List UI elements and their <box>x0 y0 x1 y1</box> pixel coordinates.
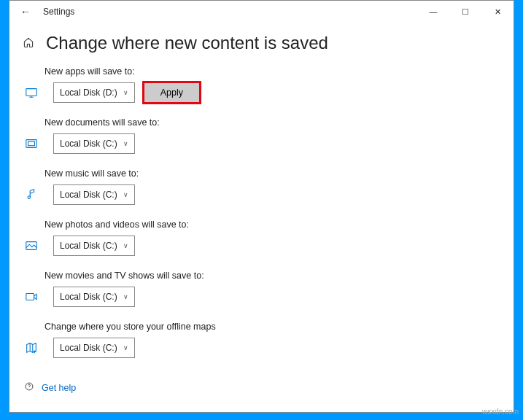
watermark: wsxdn.com <box>482 408 519 416</box>
select-value: Local Disk (D:) <box>60 88 117 98</box>
chevron-down-icon: ∨ <box>123 242 128 249</box>
movies-drive-select[interactable]: Local Disk (C:) ∨ <box>53 287 135 307</box>
movies-icon <box>24 289 39 304</box>
select-value: Local Disk (C:) <box>60 241 117 251</box>
documents-drive-select[interactable]: Local Disk (C:) ∨ <box>53 133 135 154</box>
minimize-button[interactable]: — <box>417 1 449 23</box>
minimize-icon: — <box>430 7 438 16</box>
close-button[interactable]: ✕ <box>481 1 514 23</box>
content-area: New apps will save to: Local Disk (D:) ∨… <box>9 59 514 373</box>
settings-window: ← Settings — ☐ ✕ Change where new conten… <box>9 0 514 413</box>
select-value: Local Disk (C:) <box>60 190 117 200</box>
app-title: Settings <box>36 7 74 17</box>
back-button[interactable]: ← <box>15 6 36 18</box>
maximize-button[interactable]: ☐ <box>449 1 481 23</box>
documents-icon <box>24 136 39 151</box>
section-photos-label: New photos and videos will save to: <box>44 219 514 230</box>
select-value: Local Disk (C:) <box>60 292 117 302</box>
page-title: Change where new content is saved <box>46 33 328 53</box>
maps-icon <box>24 341 39 355</box>
apply-button-label: Apply <box>160 88 183 98</box>
home-icon[interactable] <box>23 36 36 50</box>
section-movies-label: New movies and TV shows will save to: <box>44 271 514 281</box>
get-help-link[interactable]: Get help <box>9 373 514 394</box>
section-music: New music will save to: Local Disk (C:) … <box>44 168 514 205</box>
svg-rect-2 <box>28 141 35 145</box>
select-value: Local Disk (C:) <box>60 139 117 149</box>
arrow-left-icon: ← <box>20 6 31 18</box>
help-label: Get help <box>42 383 76 393</box>
section-apps-label: New apps will save to: <box>44 66 514 77</box>
chevron-down-icon: ∨ <box>123 89 128 96</box>
photos-drive-select[interactable]: Local Disk (C:) ∨ <box>53 236 135 256</box>
chevron-down-icon: ∨ <box>123 140 128 147</box>
close-icon: ✕ <box>495 7 501 17</box>
section-maps-label: Change where you store your offline maps <box>44 322 514 332</box>
photos-icon <box>24 238 39 253</box>
apps-icon <box>24 85 39 100</box>
svg-rect-0 <box>26 89 36 96</box>
section-photos: New photos and videos will save to: Loca… <box>44 219 514 256</box>
chevron-down-icon: ∨ <box>123 191 128 198</box>
svg-rect-1 <box>26 140 36 148</box>
maximize-icon: ☐ <box>462 7 469 17</box>
select-value: Local Disk (C:) <box>60 343 117 353</box>
help-icon <box>24 381 34 394</box>
maps-drive-select[interactable]: Local Disk (C:) ∨ <box>53 338 135 358</box>
section-documents-label: New documents will save to: <box>44 117 514 128</box>
apps-drive-select[interactable]: Local Disk (D:) ∨ <box>53 82 135 103</box>
chevron-down-icon: ∨ <box>123 344 128 351</box>
chevron-down-icon: ∨ <box>123 293 128 300</box>
section-maps: Change where you store your offline maps… <box>44 322 514 358</box>
apply-button[interactable]: Apply <box>144 82 200 103</box>
titlebar: ← Settings — ☐ ✕ <box>9 1 514 23</box>
section-documents: New documents will save to: Local Disk (… <box>44 117 514 154</box>
page-header: Change where new content is saved <box>9 23 514 59</box>
music-drive-select[interactable]: Local Disk (C:) ∨ <box>53 184 135 205</box>
section-movies: New movies and TV shows will save to: Lo… <box>44 271 514 307</box>
section-music-label: New music will save to: <box>44 168 514 179</box>
music-icon <box>24 187 39 202</box>
section-apps: New apps will save to: Local Disk (D:) ∨… <box>44 66 514 103</box>
svg-rect-5 <box>26 294 34 300</box>
svg-point-3 <box>28 196 31 199</box>
